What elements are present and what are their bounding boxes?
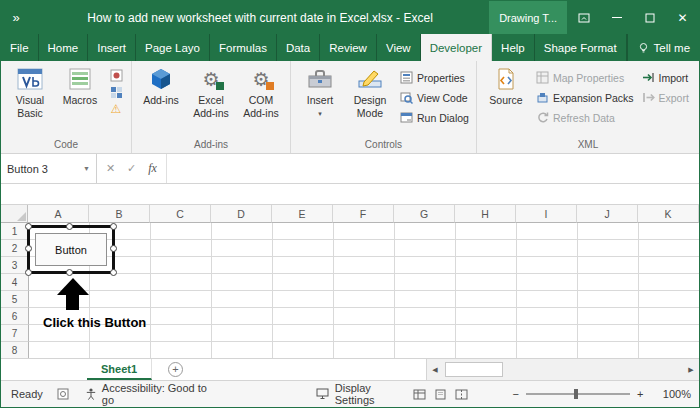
group-label-addins: Add-ins [132,138,290,153]
tab-data[interactable]: Data [277,34,320,61]
row-header-6[interactable]: 6 [1,308,29,325]
expansion-packs-button[interactable]: Expansion Packs [536,89,634,106]
select-all-corner[interactable] [1,205,28,223]
row-header-8[interactable]: 8 [1,342,29,358]
tab-developer[interactable]: Developer [421,34,492,61]
design-mode-button[interactable]: Design Mode [346,64,394,122]
com-add-ins-button[interactable]: ⚙ COM Add-ins [237,64,285,122]
column-header-i[interactable]: I [516,205,577,223]
zoom-out-button[interactable]: − [513,388,519,400]
visual-basic-button[interactable]: Visual Basic [6,64,54,122]
tell-me-button[interactable]: Tell me [627,34,700,61]
column-header-k[interactable]: K [638,205,699,223]
close-button[interactable]: ✕ [666,1,699,34]
tab-view[interactable]: View [377,34,421,61]
tab-home[interactable]: Home [39,34,89,61]
column-header-h[interactable]: H [455,205,516,223]
ribbon-developer: Visual Basic Macros ⚠ [1,61,699,154]
maximize-button[interactable] [633,1,666,34]
selection-handle[interactable] [66,269,73,276]
selection-handle[interactable] [110,269,117,276]
import-icon [642,71,655,84]
enter-button[interactable]: ✓ [121,162,142,175]
macros-icon [68,67,92,91]
row-header-7[interactable]: 7 [1,325,29,342]
column-header-f[interactable]: F [333,205,394,223]
zoom-in-button[interactable]: + [637,388,643,400]
map-properties-button[interactable]: Map Properties [536,69,634,86]
worksheet-grid: A B C D E F G H I J K 1 2 3 4 5 6 7 8 Bu… [1,204,699,358]
refresh-data-button[interactable]: Refresh Data [536,109,634,126]
scroll-right-icon[interactable]: ▶ [683,366,699,374]
column-header-a[interactable]: A [28,205,89,223]
row-header-5[interactable]: 5 [1,291,29,308]
view-code-button[interactable]: View Code [400,89,469,106]
xml-source-icon [494,67,518,91]
toolbox-icon [307,67,333,91]
tab-review[interactable]: Review [320,34,377,61]
contextual-tab-drawing-tools[interactable]: Drawing T... [489,1,567,34]
zoom-slider[interactable] [526,393,630,395]
selection-handle[interactable] [110,245,117,252]
normal-view-button[interactable] [413,389,426,400]
column-header-b[interactable]: B [89,205,150,223]
row-header-4[interactable]: 4 [1,274,29,291]
display-settings-button[interactable]: Display Settings [316,382,413,406]
minimize-button[interactable] [600,1,633,34]
cancel-button[interactable]: ✕ [100,162,121,175]
selection-handle[interactable] [25,245,32,252]
sheet-tab-sheet1[interactable]: Sheet1 [87,359,152,380]
column-header-e[interactable]: E [272,205,333,223]
macro-record-button[interactable] [57,388,69,400]
column-header-g[interactable]: G [394,205,455,223]
export-button[interactable]: Export [642,89,689,106]
scroll-left-icon[interactable]: ◀ [427,366,443,374]
page-layout-view-button[interactable] [434,389,447,400]
macros-button[interactable]: Macros [56,64,104,110]
tab-help[interactable]: Help [492,34,535,61]
horizontal-scrollbar[interactable]: ◀ ▶ [426,359,699,380]
selection-handle[interactable] [110,223,117,230]
source-button[interactable]: Source [482,64,530,110]
use-relative-references-icon[interactable] [110,86,123,99]
scroll-track[interactable] [443,359,683,380]
tab-formulas[interactable]: Formulas [210,34,277,61]
quick-access-overflow-button[interactable]: » [1,1,31,34]
formula-bar-row: Button 3 ▼ ✕ ✓ fx [1,154,699,184]
selection-handle[interactable] [25,223,32,230]
ribbon-display-options-button[interactable] [567,1,600,34]
new-sheet-button[interactable]: + [168,362,183,377]
status-bar: Ready Accessibility: Good to go Display … [1,380,699,407]
formula-input[interactable] [167,154,699,183]
zoom-slider-thumb[interactable] [574,389,578,399]
macro-security-icon[interactable]: ⚠ [111,103,122,115]
selection-handle[interactable] [25,269,32,276]
tab-page-layout[interactable]: Page Layo [136,34,210,61]
column-header-j[interactable]: J [577,205,638,223]
view-code-icon [400,91,413,104]
add-ins-icon [149,67,173,91]
name-box[interactable]: Button 3 ▼ [1,154,97,183]
column-header-c[interactable]: C [150,205,211,223]
column-header-d[interactable]: D [211,205,272,223]
page-break-preview-button[interactable] [455,389,468,400]
add-ins-button[interactable]: Add-ins [137,64,185,110]
tab-insert[interactable]: Insert [88,34,136,61]
selection-handle[interactable] [66,223,73,230]
form-control-button[interactable]: Button [35,233,107,266]
cells-area[interactable]: Button Click this Button [29,223,699,358]
accessibility-status[interactable]: Accessibility: Good to go [85,382,221,406]
run-dialog-button[interactable]: Run Dialog [400,109,469,126]
import-button[interactable]: Import [642,69,689,86]
properties-button[interactable]: Properties [400,69,469,86]
excel-add-ins-button[interactable]: ⚙ Excel Add-ins [187,64,235,122]
title-bar: » How to add new worksheet with current … [1,1,699,34]
map-properties-icon [536,71,549,84]
tab-shape-format[interactable]: Shape Format [535,34,627,61]
insert-control-button[interactable]: Insert ▾ [296,64,344,120]
scroll-thumb[interactable] [445,362,503,377]
insert-function-button[interactable]: fx [142,161,163,176]
tab-file[interactable]: File [1,34,39,61]
zoom-level[interactable]: 100% [649,388,691,400]
record-macro-icon[interactable] [110,69,123,82]
